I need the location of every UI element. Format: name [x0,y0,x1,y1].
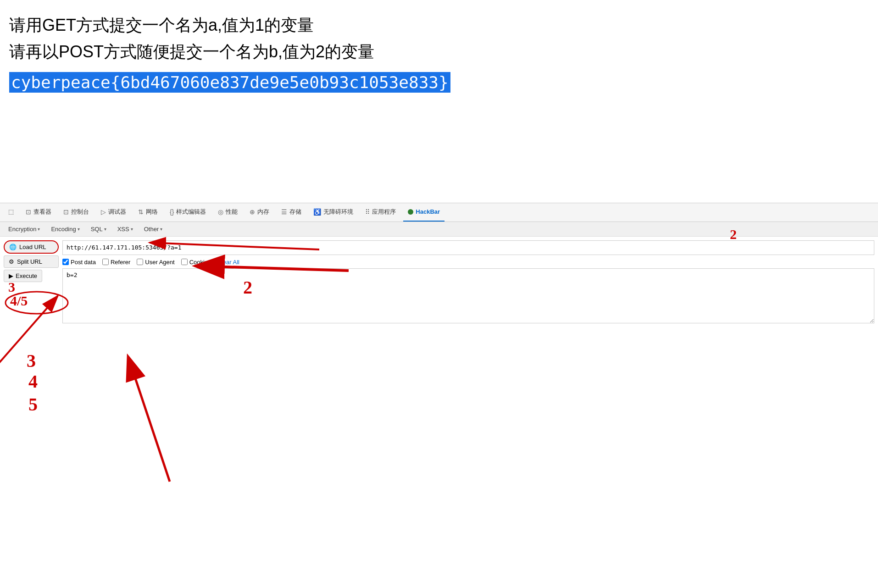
menu-sql[interactable]: SQL ▾ [86,224,111,234]
flag-text: cyberpeace{6bd467060e837de9e5e0b93c1053e… [9,72,450,93]
main-content: 请用GET方式提交一个名为a,值为1的变量 请再以POST方式随便提交一个名为b… [0,0,878,102]
menu-encryption-label: Encryption [8,226,36,233]
annotation-45: 4/5 [10,293,28,309]
clear-all-link[interactable]: Clear All [217,259,239,266]
style-icon: {} [170,208,174,216]
tab-storage[interactable]: ☰ 存储 [277,203,306,222]
post-data-label: Post data [71,259,96,266]
menu-other-label: Other [144,226,159,233]
referer-checkbox[interactable] [102,259,109,265]
storage-icon: ☰ [281,208,287,216]
tab-viewer[interactable]: ⊡ 查看器 [21,203,56,222]
load-url-button[interactable]: 🌐 Load URL [4,240,59,254]
execute-icon: ▶ [9,272,13,279]
url-input-row [62,240,874,255]
memory-icon: ⊕ [250,208,255,216]
tab-style-editor[interactable]: {} 样式编辑器 [165,203,211,222]
tab-console[interactable]: ⊡ 控制台 [59,203,94,222]
user-agent-label: User Agent [145,259,174,266]
encryption-dropdown-icon: ▾ [38,227,40,232]
post-section: Post data Referer User Agent Cookies C [62,259,874,325]
menu-other[interactable]: Other ▾ [139,224,167,234]
tab-storage-label: 存储 [289,208,301,216]
hackbar-menu: Encryption ▾ Encoding ▾ SQL ▾ XSS ▾ Othe… [0,222,878,237]
user-agent-checkbox[interactable] [137,259,143,265]
menu-xss-label: XSS [117,226,129,233]
tab-network[interactable]: ⇅ 网络 [133,203,162,222]
menu-encoding[interactable]: Encoding ▾ [46,224,84,234]
devtools-toolbar: ⬚ ⊡ 查看器 ⊡ 控制台 ▷ 调试器 ⇅ 网络 {} 样式编辑器 ◎ 性能 ⊕… [0,203,878,222]
network-icon: ⇅ [138,208,144,216]
svg-text:4: 4 [28,371,38,392]
other-dropdown-icon: ▾ [160,227,162,232]
user-agent-checkbox-label[interactable]: User Agent [137,259,174,266]
cookies-checkbox[interactable] [181,259,188,265]
tab-inspector-icon[interactable]: ⬚ [4,203,18,222]
referer-label: Referer [111,259,130,266]
menu-xss[interactable]: XSS ▾ [113,224,138,234]
tab-applications[interactable]: ⠿ 应用程序 [361,203,400,222]
tab-viewer-label: 查看器 [33,208,51,216]
post-checkboxes-row: Post data Referer User Agent Cookies C [62,259,874,266]
referer-checkbox-label[interactable]: Referer [102,259,130,266]
cookies-checkbox-label[interactable]: Cookies [181,259,211,266]
post-data-checkbox[interactable] [62,259,69,265]
hackbar-panel: Encryption ▾ Encoding ▾ SQL ▾ XSS ▾ Othe… [0,222,878,329]
tab-debugger-label: 调试器 [108,208,126,216]
debugger-icon: ▷ [101,208,106,216]
sql-dropdown-icon: ▾ [104,227,106,232]
cookies-label: Cookies [189,259,211,266]
console-icon: ⊡ [63,208,69,216]
menu-encoding-label: Encoding [51,226,76,233]
tab-network-label: 网络 [146,208,158,216]
post-data-checkbox-label[interactable]: Post data [62,259,96,266]
hackbar-dot-icon [408,209,413,215]
tab-perf-label: 性能 [226,208,238,216]
post-textarea-container: b=2 [62,268,874,325]
tab-memory[interactable]: ⊕ 内存 [245,203,274,222]
tab-performance[interactable]: ◎ 性能 [213,203,242,222]
encoding-dropdown-icon: ▾ [78,227,80,232]
tab-hackbar[interactable]: HackBar [403,203,445,222]
split-url-icon: ⚙ [9,258,14,265]
load-url-icon: 🌐 [9,244,17,250]
post-data-textarea[interactable]: b=2 [62,268,874,323]
tab-hackbar-label: HackBar [416,208,440,215]
tab-a11y-label: 无障碍环境 [323,208,353,216]
tab-style-label: 样式编辑器 [176,208,206,216]
hackbar-sidebar: 🌐 Load URL ⚙ Split URL ▶ Execute 3 4/5 [4,240,59,325]
hackbar-body: 🌐 Load URL ⚙ Split URL ▶ Execute 3 4/5 [0,237,878,329]
svg-text:3: 3 [27,350,36,371]
viewer-icon: ⊡ [26,208,31,216]
hackbar-right-content: 2 Post data [62,240,874,325]
xss-dropdown-icon: ▾ [131,227,133,232]
load-url-label: Load URL [19,244,46,250]
tab-memory-label: 内存 [257,208,269,216]
tab-debugger[interactable]: ▷ 调试器 [96,203,131,222]
a11y-icon: ♿ [313,208,321,216]
url-input[interactable] [62,240,874,255]
svg-line-8 [128,358,170,482]
perf-icon: ◎ [218,208,223,216]
instruction-2: 请再以POST方式随便提交一个名为b,值为2的变量 [9,40,869,63]
url-row-container: 2 [62,240,874,255]
svg-text:5: 5 [28,394,38,415]
inspector-icon: ⬚ [8,208,14,215]
menu-encryption[interactable]: Encryption ▾ [4,224,44,234]
tab-console-label: 控制台 [71,208,89,216]
split-url-label: Split URL [17,258,42,265]
execute-button[interactable]: ▶ Execute [4,270,42,282]
app-icon: ⠿ [365,208,370,216]
instruction-1: 请用GET方式提交一个名为a,值为1的变量 [9,14,869,37]
execute-label: Execute [16,272,37,279]
menu-sql-label: SQL [91,226,103,233]
split-url-button[interactable]: ⚙ Split URL [4,255,59,268]
tab-accessibility[interactable]: ♿ 无障碍环境 [309,203,358,222]
tab-app-label: 应用程序 [372,208,396,216]
